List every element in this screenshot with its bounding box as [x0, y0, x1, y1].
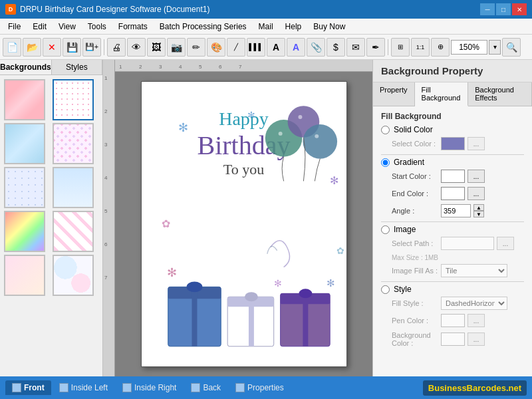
bg-thumb-9[interactable]	[4, 255, 45, 296]
fill-style-select[interactable]: DashedHorizontal	[441, 297, 507, 310]
camera-button[interactable]: 📷	[167, 38, 186, 57]
clip-button[interactable]: 📎	[307, 38, 325, 57]
angle-up[interactable]: ▲	[473, 204, 484, 211]
divider-3	[381, 281, 524, 282]
image-fill-label: Image Fill As :	[392, 267, 438, 275]
menu-buynow[interactable]: Buy Now	[308, 21, 350, 33]
svg-text:✿: ✿	[336, 245, 344, 256]
menu-formats[interactable]: Formats	[113, 21, 153, 33]
bg-thumb-6[interactable]	[53, 167, 94, 208]
menu-view[interactable]: View	[53, 21, 81, 33]
menu-mail[interactable]: Mail	[253, 21, 279, 33]
solid-color-radio[interactable]	[381, 126, 390, 134]
svg-point-15	[287, 106, 319, 138]
delete-button[interactable]: ✕	[43, 38, 61, 57]
bg-thumb-7[interactable]	[4, 211, 45, 252]
draw-button[interactable]: ✏	[187, 38, 205, 57]
preview-button[interactable]: 👁	[127, 38, 146, 57]
start-color-label: Start Color :	[392, 172, 438, 180]
grid-button[interactable]: ⊞	[391, 38, 410, 57]
bg-thumb-10[interactable]	[53, 255, 94, 296]
bg-thumb-1[interactable]	[4, 79, 45, 120]
solid-color-browse[interactable]: ...	[467, 137, 485, 150]
zoom-down-btn[interactable]: ▾	[489, 40, 501, 55]
angle-input[interactable]: 359	[441, 204, 471, 217]
title-bar: D DRPU Birthday Card Designer Software (…	[0, 0, 532, 19]
menu-tools[interactable]: Tools	[82, 21, 112, 33]
tab-property[interactable]: Property	[373, 82, 415, 106]
bg-thumb-4[interactable]	[53, 123, 94, 164]
pen-color-box[interactable]	[441, 314, 465, 327]
tab-styles[interactable]: Styles	[52, 60, 102, 74]
tab-bg-effects[interactable]: Background Effects	[468, 82, 532, 106]
style-radio[interactable]	[381, 285, 390, 294]
menu-edit[interactable]: Edit	[27, 21, 52, 33]
symbol-button[interactable]: $	[327, 38, 345, 57]
end-color-box[interactable]	[441, 187, 465, 200]
divider-1	[381, 154, 524, 155]
tab-inside-left[interactable]: Inside Left	[53, 380, 114, 395]
zoom-out-button[interactable]: 🔍	[502, 38, 521, 57]
zoom-fit-button[interactable]: ⊕	[431, 38, 450, 57]
tab-back[interactable]: Back	[184, 380, 227, 395]
tab-properties[interactable]: Properties	[229, 380, 291, 395]
close-button[interactable]: ✕	[512, 3, 527, 15]
toolbar: 📄 📂 ✕ 💾 💾+ 🖨 👁 🖼 📷 ✏ 🎨 ╱ ▌▌▌ A A 📎 $ ✉ ✒…	[0, 35, 532, 60]
print-button[interactable]: 🖨	[107, 38, 126, 57]
bg-thumb-8[interactable]	[53, 211, 94, 252]
image-label: Image	[394, 225, 416, 234]
properties-icon	[235, 383, 245, 392]
new-button[interactable]: 📄	[3, 38, 21, 57]
image-radio[interactable]	[381, 225, 390, 234]
gradient-radio[interactable]	[381, 158, 390, 167]
paint-button[interactable]: 🎨	[207, 38, 225, 57]
path-input[interactable]	[441, 237, 494, 250]
wordart-button[interactable]: A	[287, 38, 305, 57]
brand-name: BusinessBarcodes	[428, 383, 506, 393]
save-all-button[interactable]: 💾+	[82, 38, 101, 57]
path-browse[interactable]: ...	[497, 237, 514, 250]
line-button[interactable]: ╱	[227, 38, 245, 57]
angle-spinner: ▲ ▼	[473, 204, 484, 217]
bg-color-box[interactable]	[441, 332, 465, 346]
svg-rect-25	[192, 287, 197, 346]
text-button[interactable]: A	[267, 38, 285, 57]
menu-help[interactable]: Help	[280, 21, 307, 33]
svg-text:2: 2	[104, 108, 108, 114]
angle-down[interactable]: ▼	[473, 211, 484, 217]
solid-color-box[interactable]	[441, 137, 465, 150]
app-logo: D	[5, 4, 16, 15]
toolbar-separator-2	[388, 39, 388, 55]
maximize-button[interactable]: □	[496, 3, 511, 15]
bg-thumb-5[interactable]	[4, 167, 45, 208]
save-button[interactable]: 💾	[63, 38, 81, 57]
open-button[interactable]: 📂	[23, 38, 41, 57]
pen-color-browse[interactable]: ...	[467, 314, 485, 327]
image-fill-select[interactable]: Tile	[441, 264, 507, 277]
barcode-button[interactable]: ▌▌▌	[247, 38, 265, 57]
bg-thumb-3[interactable]	[4, 123, 45, 164]
zoom-11-button[interactable]: 1:1	[411, 38, 430, 57]
start-color-row: Start Color : ...	[381, 170, 524, 183]
menu-batch[interactable]: Batch Processing Series	[154, 21, 252, 33]
mail-button[interactable]: ✉	[346, 38, 365, 57]
inside-right-icon	[122, 383, 132, 392]
svg-rect-31	[280, 293, 330, 346]
start-color-browse[interactable]: ...	[467, 170, 485, 183]
tab-backgrounds[interactable]: Backgrounds	[0, 60, 52, 74]
tab-inside-right[interactable]: Inside Right	[116, 380, 183, 395]
image-button[interactable]: 🖼	[147, 38, 166, 57]
start-color-box[interactable]	[441, 170, 465, 183]
pencil2-button[interactable]: ✒	[366, 38, 385, 57]
end-color-browse[interactable]: ...	[467, 187, 485, 200]
max-size-label: Max Size : 1MB	[381, 254, 524, 261]
zoom-input[interactable]: 150%	[451, 40, 487, 55]
bg-color-row: Background Color : ...	[381, 331, 524, 347]
tab-front[interactable]: Front	[5, 380, 51, 395]
menu-file[interactable]: File	[3, 21, 26, 33]
bg-thumb-2[interactable]	[53, 79, 94, 120]
minimize-button[interactable]: ─	[480, 3, 495, 15]
tab-fill-background[interactable]: Fill Background	[415, 82, 469, 106]
bg-color-browse[interactable]: ...	[467, 332, 485, 346]
panel-title: Background Property	[373, 60, 532, 82]
